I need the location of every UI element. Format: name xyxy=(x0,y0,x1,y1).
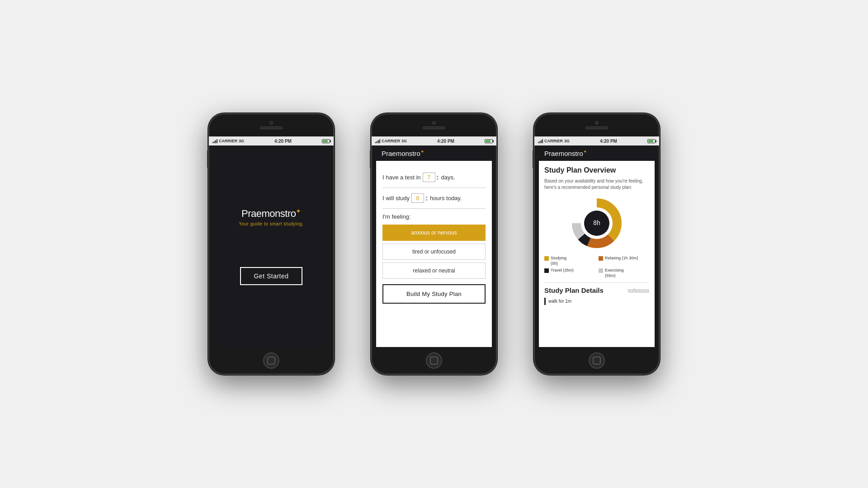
phone-top-3 xyxy=(534,114,659,136)
donut-center-label: 8h xyxy=(593,219,600,226)
feeling-anxious-button[interactable]: anxious or nervous xyxy=(382,225,486,241)
status-bar-3: CARRIER 3G 4:20 PM xyxy=(534,136,659,145)
phone-3: CARRIER 3G 4:20 PM Praemonstro✦ Study Pl… xyxy=(533,113,660,375)
test-days-arrows[interactable]: ▲▼ xyxy=(436,174,439,181)
feeling-tired-button[interactable]: tired or unfocused xyxy=(382,244,486,260)
study-hours-input-group: 8 ▲▼ xyxy=(411,193,428,203)
network-3: 3G xyxy=(564,139,570,143)
study-hours-row: I will study 8 ▲▼ hours today. xyxy=(382,188,486,209)
results-header-title: Praemonstro✦ xyxy=(544,149,587,157)
signal-3 xyxy=(538,139,543,143)
battery-fill-1 xyxy=(323,140,328,142)
phone-bottom-2 xyxy=(372,347,496,374)
form-header-title: Praemonstro✦ xyxy=(382,149,424,157)
network-1: 3G xyxy=(239,139,244,143)
legend-text-exercising: Exercising(55m) xyxy=(605,268,624,278)
status-bar-2: CARRIER 3G 4:20 PM xyxy=(372,136,496,145)
screen-3: Praemonstro✦ Study Plan Overview Based o… xyxy=(539,145,655,347)
test-days-input[interactable]: 7 xyxy=(423,173,435,182)
legend-color-studying xyxy=(544,256,549,261)
overview-desc: Based on your availability and how you'r… xyxy=(544,178,649,191)
results-header: Praemonstro✦ xyxy=(539,145,655,161)
camera-2 xyxy=(432,121,436,125)
legend-studying: Studying(5h) xyxy=(544,256,595,266)
legend-text-relaxing: Relaxing (1h 30m) xyxy=(605,256,638,261)
carrier-3: CARRIER xyxy=(544,139,563,143)
phone-top-2 xyxy=(372,114,496,136)
legend-text-travel: Travel (35m) xyxy=(551,268,574,273)
plan-item-label: walk for 1m xyxy=(548,299,571,304)
home-button-inner-2 xyxy=(430,357,438,365)
donut-chart: 8h xyxy=(570,196,624,250)
carrier-1: CARRIER xyxy=(219,139,237,143)
phone-2: CARRIER 3G 4:20 PM Praemonstro✦ I have a… xyxy=(371,113,497,375)
legend-exercising: Exercising(55m) xyxy=(599,268,649,278)
feeling-label: I'm feeling: xyxy=(382,213,486,220)
camera-1 xyxy=(269,121,273,125)
build-study-plan-button[interactable]: Build My Study Plan xyxy=(382,284,486,304)
phone-bottom-1 xyxy=(209,347,334,374)
plan-item-1: walk for 1m xyxy=(544,298,649,305)
divider xyxy=(544,282,649,283)
form-header: Praemonstro✦ xyxy=(376,145,492,161)
legend-color-relaxing xyxy=(599,256,603,261)
splash-star: ✦ xyxy=(296,207,301,215)
study-hours-label2: hours today. xyxy=(430,195,462,202)
feeling-relaxed-button[interactable]: relaxed or neutral xyxy=(382,263,486,279)
signal-2 xyxy=(375,139,380,143)
legend-text-studying: Studying(5h) xyxy=(551,256,566,266)
study-plan-header: Study Plan Details preferences xyxy=(544,286,649,294)
speaker-3 xyxy=(585,127,608,129)
time-3: 4:20 PM xyxy=(600,139,617,144)
battery-2 xyxy=(485,139,493,143)
battery-fill-2 xyxy=(486,140,491,142)
home-button-inner-1 xyxy=(267,357,275,365)
splash-title: Praemonstro✦ xyxy=(239,207,304,220)
splash-logo: Praemonstro✦ Your guide to smart studyin… xyxy=(239,207,304,226)
time-2: 4:20 PM xyxy=(437,139,454,144)
status-right-1 xyxy=(322,139,330,143)
screen-1: Praemonstro✦ Your guide to smart studyin… xyxy=(213,145,329,347)
test-days-row: I have a test in 7 ▲▼ days. xyxy=(382,167,486,188)
legend-travel: Travel (35m) xyxy=(544,268,595,278)
preferences-link[interactable]: preferences xyxy=(627,288,649,292)
phone-bottom-3 xyxy=(534,347,659,374)
network-2: 3G xyxy=(401,139,407,143)
get-started-button[interactable]: Get Started xyxy=(240,267,302,285)
study-hours-arrows[interactable]: ▲▼ xyxy=(425,195,428,202)
screen-2: Praemonstro✦ I have a test in 7 ▲▼ days.… xyxy=(376,145,492,347)
plan-item-bar xyxy=(544,298,546,305)
results-content: Study Plan Overview Based on your availa… xyxy=(539,161,655,347)
form-content: I have a test in 7 ▲▼ days. I will study… xyxy=(376,161,492,347)
status-right-3 xyxy=(647,139,656,143)
test-days-label2: days. xyxy=(441,174,455,181)
feeling-section: I'm feeling: anxious or nervous tired or… xyxy=(382,209,486,279)
status-bar-1: CARRIER 3G 4:20 PM xyxy=(209,136,334,145)
overview-title: Study Plan Overview xyxy=(544,166,649,174)
legend-color-exercising xyxy=(599,268,603,273)
legend-color-travel xyxy=(544,268,549,273)
splash-screen: Praemonstro✦ Your guide to smart studyin… xyxy=(213,145,329,347)
chart-container: 8h xyxy=(544,196,649,250)
chart-legend: Studying(5h) Relaxing (1h 30m) Travel (3… xyxy=(544,256,649,279)
battery-fill-3 xyxy=(648,140,653,142)
home-button-inner-3 xyxy=(593,357,601,365)
home-button-2[interactable] xyxy=(426,352,442,369)
status-left-1: CARRIER 3G xyxy=(212,139,244,143)
status-left-2: CARRIER 3G xyxy=(375,139,407,143)
study-hours-input[interactable]: 8 xyxy=(411,193,424,203)
time-1: 4:20 PM xyxy=(274,139,292,144)
home-button-1[interactable] xyxy=(263,352,279,369)
status-left-3: CARRIER 3G xyxy=(538,139,570,143)
camera-3 xyxy=(595,121,599,125)
home-button-3[interactable] xyxy=(589,352,605,369)
results-screen: Praemonstro✦ Study Plan Overview Based o… xyxy=(539,145,655,347)
study-hours-label1: I will study xyxy=(382,195,410,202)
battery-1 xyxy=(322,139,330,143)
form-screen: Praemonstro✦ I have a test in 7 ▲▼ days.… xyxy=(376,145,492,347)
speaker-2 xyxy=(423,127,445,129)
splash-subtitle: Your guide to smart studying. xyxy=(239,221,304,226)
status-right-2 xyxy=(485,139,493,143)
legend-relaxing: Relaxing (1h 30m) xyxy=(599,256,649,266)
phone-1: CARRIER 3G 4:20 PM Praemonstro✦ Your gui… xyxy=(208,113,335,375)
